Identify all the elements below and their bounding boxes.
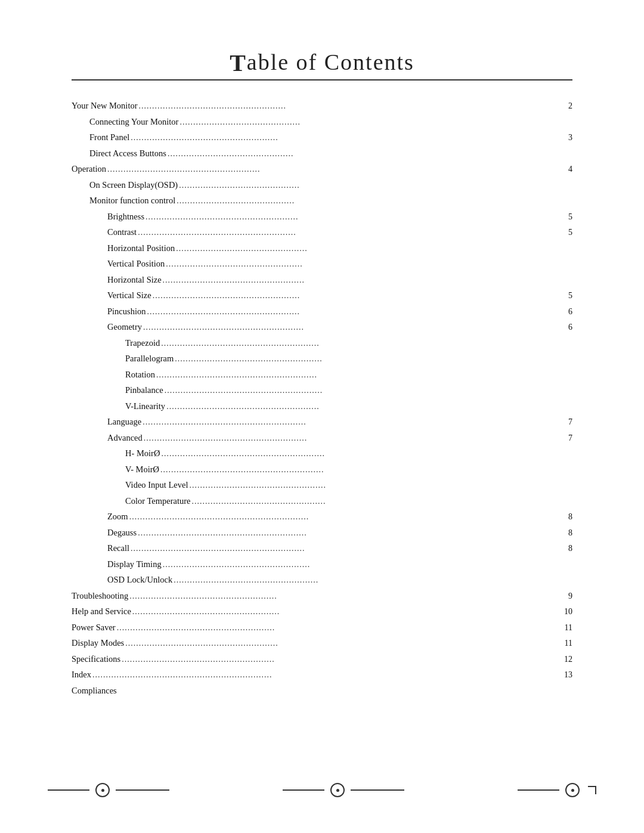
toc-dots: ........................................… bbox=[144, 431, 553, 446]
toc-page: 3 bbox=[555, 131, 572, 145]
footer-mark-right bbox=[518, 783, 596, 797]
toc-dots: ........................................… bbox=[139, 99, 553, 114]
toc-label: Display Timing bbox=[72, 557, 162, 572]
toc-dots: ........................................… bbox=[143, 415, 553, 430]
toc-dots: ........................................… bbox=[189, 478, 553, 493]
toc-label: Operation bbox=[72, 162, 106, 176]
toc-row: Horizontal Size ........................… bbox=[72, 272, 572, 288]
toc-label: Color Temperature bbox=[72, 494, 190, 509]
footer-target-right bbox=[565, 783, 580, 797]
toc-dots: ........................................… bbox=[147, 305, 553, 320]
toc-dots: ........................................… bbox=[125, 636, 553, 651]
footer-line-center2 bbox=[351, 789, 404, 791]
toc-label: Parallelogram bbox=[72, 351, 174, 366]
toc-row: Contrast ...............................… bbox=[72, 225, 572, 240]
toc-dots: ........................................… bbox=[166, 400, 553, 414]
toc-dots: ........................................… bbox=[161, 447, 553, 462]
toc-row: Advanced ...............................… bbox=[72, 431, 572, 446]
toc-label: Your New Monitor bbox=[72, 98, 138, 113]
footer-target-left bbox=[95, 783, 110, 797]
toc-row: H- MoirØ ...............................… bbox=[72, 446, 572, 462]
footer-line-left bbox=[48, 789, 89, 791]
toc-row: Vertical Position ......................… bbox=[72, 256, 572, 272]
toc-row: Compliances bbox=[72, 683, 572, 698]
toc-row: Troubleshooting ........................… bbox=[72, 589, 572, 604]
toc-row: Rotation ...............................… bbox=[72, 367, 572, 383]
toc-row: Pincushion .............................… bbox=[72, 304, 572, 320]
footer-line-center1 bbox=[283, 789, 324, 791]
toc-label: Horizontal Position bbox=[72, 241, 175, 256]
toc-page: 7 bbox=[555, 431, 572, 446]
toc-dots: ........................................… bbox=[179, 178, 553, 193]
toc-page: 8 bbox=[555, 541, 572, 556]
toc-label: Zoom bbox=[72, 509, 128, 524]
toc-label: Pinbalance bbox=[72, 383, 163, 398]
toc-row: Index ..................................… bbox=[72, 667, 572, 683]
toc-label: Geometry bbox=[72, 320, 142, 335]
toc-row: Vertical Size ..........................… bbox=[72, 288, 572, 304]
toc-label: Video Input Level bbox=[72, 478, 188, 493]
toc-dots: ........................................… bbox=[166, 257, 553, 272]
toc-label: Direct Access Buttons bbox=[72, 146, 166, 161]
toc-dots: ........................................… bbox=[174, 573, 553, 588]
toc-dots: ........................................… bbox=[138, 225, 553, 240]
toc-label: Display Modes bbox=[72, 636, 124, 651]
toc-dots: ........................................… bbox=[161, 336, 553, 351]
toc-row: Zoom ...................................… bbox=[72, 509, 572, 525]
toc-row: Monitor function control ...............… bbox=[72, 193, 572, 209]
toc-row: Pinbalance .............................… bbox=[72, 383, 572, 398]
toc-row: Operation ..............................… bbox=[72, 162, 572, 177]
toc-dots: ........................................… bbox=[168, 147, 553, 162]
toc-label: Vertical Position bbox=[72, 256, 165, 271]
toc-label: Connecting Your Monitor bbox=[72, 114, 178, 129]
toc-label: On Screen Display(OSD) bbox=[72, 178, 178, 193]
toc-dots: ........................................… bbox=[117, 621, 553, 636]
toc-row: Specifications .........................… bbox=[72, 652, 572, 667]
toc-page: 6 bbox=[555, 305, 572, 320]
toc-row: Display Timing .........................… bbox=[72, 557, 572, 572]
toc-row: Geometry ...............................… bbox=[72, 320, 572, 335]
footer-corner-bracket bbox=[588, 786, 596, 794]
toc-row: Display Modes ..........................… bbox=[72, 636, 572, 651]
toc-page: 5 bbox=[555, 225, 572, 240]
footer-target-center bbox=[330, 783, 345, 797]
toc-label: Horizontal Size bbox=[72, 272, 162, 287]
toc-label: Contrast bbox=[72, 225, 137, 240]
toc-dots: ........................................… bbox=[165, 383, 553, 398]
toc-row: Color Temperature ......................… bbox=[72, 494, 572, 509]
toc-page: 7 bbox=[555, 415, 572, 430]
toc-label: Recall bbox=[72, 541, 129, 556]
footer-area bbox=[0, 783, 644, 797]
toc-label: OSD Lock/Unlock bbox=[72, 572, 172, 587]
toc-page: 8 bbox=[555, 526, 572, 541]
toc-dots: ........................................… bbox=[145, 210, 553, 225]
toc-dots: ........................................… bbox=[163, 273, 553, 288]
toc-row: Help and Service .......................… bbox=[72, 604, 572, 620]
toc-row: Parallelogram ..........................… bbox=[72, 351, 572, 367]
toc-label: Specifications bbox=[72, 652, 120, 667]
toc-dots: ........................................… bbox=[177, 194, 553, 209]
footer-mark-center bbox=[283, 783, 404, 797]
toc-label: Help and Service bbox=[72, 604, 131, 619]
toc-dots: ........................................… bbox=[131, 541, 553, 556]
toc-dots: ........................................… bbox=[122, 652, 553, 667]
toc-row: Horizontal Position ....................… bbox=[72, 241, 572, 256]
toc-dots: ........................................… bbox=[131, 131, 553, 145]
toc-label: V-Linearity bbox=[72, 399, 165, 414]
toc-label: H- MoirØ bbox=[72, 446, 160, 461]
toc-dots: ........................................… bbox=[175, 352, 553, 367]
toc-row: Power Saver ............................… bbox=[72, 620, 572, 636]
toc-row: Your New Monitor .......................… bbox=[72, 98, 572, 114]
toc-dots: ........................................… bbox=[92, 668, 553, 683]
title-divider bbox=[72, 79, 572, 80]
toc-dots: ........................................… bbox=[129, 589, 553, 604]
toc-page: 4 bbox=[555, 162, 572, 177]
toc-label: Index bbox=[72, 667, 91, 682]
toc-page: 12 bbox=[555, 652, 572, 667]
toc-label: Brightness bbox=[72, 209, 144, 224]
toc-page: 11 bbox=[555, 636, 572, 651]
toc-dots: ........................................… bbox=[138, 526, 553, 541]
toc-dots: ........................................… bbox=[132, 605, 553, 620]
toc-dots: ........................................… bbox=[153, 289, 553, 304]
title-t-letter: T bbox=[230, 49, 247, 76]
